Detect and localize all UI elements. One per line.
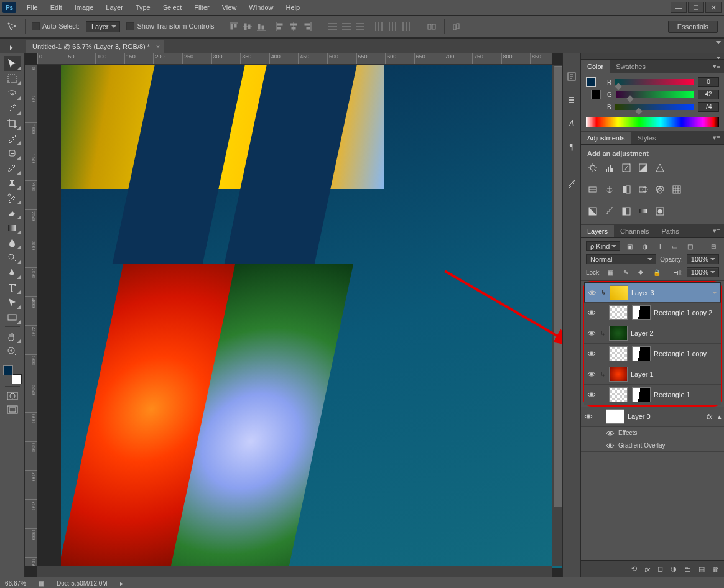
layer-effects-row[interactable]: Effects xyxy=(581,427,724,439)
move-tool[interactable] xyxy=(4,56,21,71)
minimize-button[interactable]: — xyxy=(671,2,687,13)
fx-expand-icon[interactable]: ▴ xyxy=(718,413,722,421)
filter-adjust-icon[interactable]: ◑ xyxy=(639,242,651,250)
visibility-toggle-icon[interactable] xyxy=(587,288,597,298)
threshold-icon[interactable] xyxy=(621,206,632,216)
color-g-slider[interactable] xyxy=(616,91,694,98)
curves-icon[interactable] xyxy=(621,162,632,173)
align-left-icon[interactable] xyxy=(274,21,286,33)
show-transform-checkbox[interactable]: Show Transform Controls xyxy=(126,22,214,31)
menu-file[interactable]: File xyxy=(21,2,44,13)
black-white-icon[interactable] xyxy=(621,184,632,195)
status-flyout-icon[interactable]: ▸ xyxy=(120,580,123,587)
eraser-tool[interactable] xyxy=(4,205,21,220)
exposure-icon[interactable] xyxy=(638,162,649,173)
photo-filter-icon[interactable] xyxy=(638,184,649,195)
layer-effect-item[interactable]: Gradient Overlay xyxy=(581,439,724,452)
path-selection-tool[interactable] xyxy=(4,295,21,310)
zoom-tool[interactable] xyxy=(4,344,21,359)
link-layers-icon[interactable]: ⟲ xyxy=(631,565,637,573)
layer-style-icon[interactable]: fx xyxy=(644,566,650,573)
menu-edit[interactable]: Edit xyxy=(45,2,68,13)
menu-layer[interactable]: Layer xyxy=(100,2,129,13)
3d-mode-icon[interactable] xyxy=(451,21,463,33)
color-b-value[interactable]: 74 xyxy=(698,102,719,112)
align-bottom-icon[interactable] xyxy=(255,21,267,33)
layer-name[interactable]: Layer 3 xyxy=(631,289,718,296)
layers-panel-menu-icon[interactable]: ▾≡ xyxy=(709,227,724,235)
type-tool[interactable] xyxy=(4,280,21,295)
brush-tool[interactable] xyxy=(4,160,21,175)
lock-transparency-icon[interactable]: ▦ xyxy=(605,269,616,277)
lasso-tool[interactable] xyxy=(4,86,21,101)
align-vcenter-icon[interactable] xyxy=(241,21,254,33)
color-balance-icon[interactable] xyxy=(604,184,615,195)
channels-tab[interactable]: Channels xyxy=(614,225,655,237)
healing-brush-tool[interactable] xyxy=(4,145,21,160)
options-collapse-bar[interactable] xyxy=(0,38,724,39)
new-group-icon[interactable]: 🗀 xyxy=(684,566,691,573)
menu-help[interactable]: Help xyxy=(280,2,305,13)
new-layer-icon[interactable]: ▤ xyxy=(698,565,705,573)
visibility-toggle-icon[interactable] xyxy=(587,390,596,400)
pen-tool[interactable] xyxy=(4,265,21,280)
menu-type[interactable]: Type xyxy=(130,2,156,13)
scratch-size-icon[interactable]: ▦ xyxy=(39,580,44,587)
filter-smart-icon[interactable]: ◫ xyxy=(684,242,696,250)
adjustments-tab[interactable]: Adjustments xyxy=(581,132,631,144)
filter-pixel-icon[interactable]: ▣ xyxy=(624,242,636,250)
channel-mixer-icon[interactable] xyxy=(654,184,666,195)
menu-window[interactable]: Window xyxy=(243,2,279,13)
magic-wand-tool[interactable] xyxy=(4,101,21,116)
toolbar-collapse-icon[interactable]: ⏵ xyxy=(4,42,19,53)
history-panel-icon[interactable] xyxy=(566,71,577,82)
lock-all-icon[interactable]: 🔒 xyxy=(650,269,664,277)
auto-align-icon[interactable] xyxy=(425,21,438,33)
visibility-toggle-icon[interactable] xyxy=(587,308,596,318)
rectangle-tool[interactable] xyxy=(4,310,21,324)
layer-name[interactable]: Rectangle 1 copy 2 xyxy=(654,309,718,316)
layer-row[interactable]: ↳Layer 3 xyxy=(584,282,721,303)
crop-tool[interactable] xyxy=(4,116,21,131)
delete-layer-icon[interactable]: 🗑 xyxy=(712,566,719,573)
scrollbar-horizontal[interactable] xyxy=(37,566,552,577)
gradient-map-icon[interactable] xyxy=(638,206,649,216)
close-tab-icon[interactable]: × xyxy=(156,43,160,50)
document-tab[interactable]: Untitled-1 @ 66.7% (Layer 3, RGB/8) *× xyxy=(26,40,164,53)
new-adjustment-layer-icon[interactable]: ◑ xyxy=(671,565,677,573)
visibility-toggle-icon[interactable] xyxy=(606,430,615,437)
ruler-horizontal[interactable]: 0501001502002503003504004505005506006507… xyxy=(37,53,552,65)
color-swatch-fgbg[interactable] xyxy=(586,77,601,99)
workspace-button[interactable]: Essentials xyxy=(668,21,718,33)
paths-tab[interactable]: Paths xyxy=(656,225,685,237)
color-lookup-icon[interactable] xyxy=(671,184,682,195)
hand-tool[interactable] xyxy=(4,329,21,344)
layer-row[interactable]: ↳Layer 2 xyxy=(584,323,721,344)
color-b-slider[interactable] xyxy=(615,104,694,110)
color-r-value[interactable]: 0 xyxy=(698,77,719,87)
layer-row[interactable]: ↳Layer 1 xyxy=(584,364,721,385)
layer-name[interactable]: Rectangle 1 copy xyxy=(654,350,718,357)
filter-toggle-icon[interactable]: ⊟ xyxy=(708,242,719,250)
fill-field[interactable]: 100% xyxy=(687,267,719,277)
gradient-tool[interactable] xyxy=(4,220,21,235)
dist-hcenter-icon[interactable] xyxy=(386,21,399,33)
dist-left-icon[interactable] xyxy=(373,21,385,33)
posterize-icon[interactable] xyxy=(604,206,615,216)
layer-row[interactable]: Rectangle 1 xyxy=(584,385,721,405)
layer-name[interactable]: Rectangle 1 xyxy=(654,391,718,398)
brightness-contrast-icon[interactable] xyxy=(587,162,598,173)
layers-tab[interactable]: Layers xyxy=(581,225,614,237)
visibility-toggle-icon[interactable] xyxy=(583,411,593,421)
dist-right-icon[interactable] xyxy=(400,21,412,33)
dist-bottom-icon[interactable] xyxy=(354,21,366,33)
layer-mask-icon[interactable]: ◻ xyxy=(657,565,663,573)
swatches-tab[interactable]: Swatches xyxy=(610,60,652,73)
history-brush-tool[interactable] xyxy=(4,190,21,205)
hue-sat-icon[interactable] xyxy=(587,184,598,195)
visibility-toggle-icon[interactable] xyxy=(606,442,615,449)
dodge-tool[interactable] xyxy=(4,250,21,265)
layer-row[interactable]: Layer 0fx▴ xyxy=(581,407,724,427)
panel-collapse-bar[interactable] xyxy=(581,53,724,60)
maximize-button[interactable]: ☐ xyxy=(688,2,704,13)
